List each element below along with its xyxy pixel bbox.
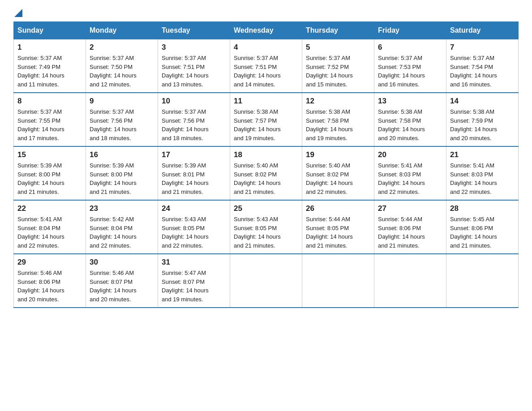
day-info: Sunrise: 5:41 AM Sunset: 8:03 PM Dayligh… [450,161,515,196]
day-info: Sunrise: 5:46 AM Sunset: 8:07 PM Dayligh… [90,269,154,304]
day-info: Sunrise: 5:47 AM Sunset: 8:07 PM Dayligh… [162,269,226,304]
column-header-monday: Monday [86,22,158,39]
calendar-cell: 21 Sunrise: 5:41 AM Sunset: 8:03 PM Dayl… [446,146,519,200]
day-info: Sunrise: 5:44 AM Sunset: 8:06 PM Dayligh… [378,215,442,250]
day-number: 26 [306,204,370,213]
day-number: 29 [17,258,82,267]
page-header [13,9,519,17]
logo [13,9,22,17]
day-info: Sunrise: 5:37 AM Sunset: 7:52 PM Dayligh… [306,54,370,89]
calendar-cell: 13 Sunrise: 5:38 AM Sunset: 7:58 PM Dayl… [374,93,446,146]
calendar-cell [446,254,519,308]
day-number: 12 [306,97,370,106]
calendar-week-row: 1 Sunrise: 5:37 AM Sunset: 7:49 PM Dayli… [14,39,519,93]
calendar-header-row: SundayMondayTuesdayWednesdayThursdayFrid… [14,22,519,39]
day-number: 16 [90,150,154,159]
calendar-cell: 27 Sunrise: 5:44 AM Sunset: 8:06 PM Dayl… [374,200,446,254]
day-info: Sunrise: 5:39 AM Sunset: 8:00 PM Dayligh… [90,161,154,196]
day-info: Sunrise: 5:39 AM Sunset: 8:00 PM Dayligh… [17,161,82,196]
calendar-cell: 31 Sunrise: 5:47 AM Sunset: 8:07 PM Dayl… [158,254,230,308]
day-number: 9 [90,97,154,106]
calendar-cell: 26 Sunrise: 5:44 AM Sunset: 8:05 PM Dayl… [302,200,374,254]
calendar-week-row: 15 Sunrise: 5:39 AM Sunset: 8:00 PM Dayl… [14,146,519,200]
calendar-cell: 22 Sunrise: 5:41 AM Sunset: 8:04 PM Dayl… [14,200,86,254]
day-info: Sunrise: 5:38 AM Sunset: 7:58 PM Dayligh… [378,107,442,142]
day-info: Sunrise: 5:37 AM Sunset: 7:49 PM Dayligh… [17,54,82,89]
day-info: Sunrise: 5:43 AM Sunset: 8:05 PM Dayligh… [162,215,226,250]
column-header-sunday: Sunday [14,22,86,39]
day-info: Sunrise: 5:41 AM Sunset: 8:03 PM Dayligh… [378,161,442,196]
day-info: Sunrise: 5:37 AM Sunset: 7:51 PM Dayligh… [234,54,298,89]
day-number: 25 [234,204,298,213]
column-header-tuesday: Tuesday [158,22,230,39]
calendar-cell: 11 Sunrise: 5:38 AM Sunset: 7:57 PM Dayl… [230,93,302,146]
day-number: 8 [17,97,82,106]
calendar-cell [302,254,374,308]
calendar-cell: 9 Sunrise: 5:37 AM Sunset: 7:56 PM Dayli… [86,93,158,146]
day-number: 27 [378,204,442,213]
day-number: 4 [234,43,298,52]
calendar-cell [230,254,302,308]
calendar-cell: 16 Sunrise: 5:39 AM Sunset: 8:00 PM Dayl… [86,146,158,200]
day-info: Sunrise: 5:43 AM Sunset: 8:05 PM Dayligh… [234,215,298,250]
day-number: 23 [90,204,154,213]
day-number: 2 [90,43,154,52]
calendar-cell: 4 Sunrise: 5:37 AM Sunset: 7:51 PM Dayli… [230,39,302,93]
calendar-week-row: 29 Sunrise: 5:46 AM Sunset: 8:06 PM Dayl… [14,254,519,308]
day-number: 15 [17,150,82,159]
day-number: 17 [162,150,226,159]
day-number: 19 [306,150,370,159]
calendar-table: SundayMondayTuesdayWednesdayThursdayFrid… [13,21,519,308]
calendar-cell: 28 Sunrise: 5:45 AM Sunset: 8:06 PM Dayl… [446,200,519,254]
day-number: 14 [450,97,515,106]
day-info: Sunrise: 5:37 AM Sunset: 7:53 PM Dayligh… [378,54,442,89]
day-info: Sunrise: 5:46 AM Sunset: 8:06 PM Dayligh… [17,269,82,304]
day-number: 21 [450,150,515,159]
calendar-cell: 15 Sunrise: 5:39 AM Sunset: 8:00 PM Dayl… [14,146,86,200]
day-number: 24 [162,204,226,213]
day-number: 1 [17,43,82,52]
day-info: Sunrise: 5:37 AM Sunset: 7:50 PM Dayligh… [90,54,154,89]
day-number: 22 [17,204,82,213]
calendar-cell: 14 Sunrise: 5:38 AM Sunset: 7:59 PM Dayl… [446,93,519,146]
logo-triangle-icon [14,9,22,17]
calendar-cell: 2 Sunrise: 5:37 AM Sunset: 7:50 PM Dayli… [86,39,158,93]
day-number: 10 [162,97,226,106]
day-info: Sunrise: 5:42 AM Sunset: 8:04 PM Dayligh… [90,215,154,250]
day-number: 5 [306,43,370,52]
calendar-cell: 12 Sunrise: 5:38 AM Sunset: 7:58 PM Dayl… [302,93,374,146]
day-info: Sunrise: 5:41 AM Sunset: 8:04 PM Dayligh… [17,215,82,250]
calendar-cell: 6 Sunrise: 5:37 AM Sunset: 7:53 PM Dayli… [374,39,446,93]
calendar-cell: 25 Sunrise: 5:43 AM Sunset: 8:05 PM Dayl… [230,200,302,254]
column-header-saturday: Saturday [446,22,519,39]
day-info: Sunrise: 5:40 AM Sunset: 8:02 PM Dayligh… [234,161,298,196]
calendar-cell: 29 Sunrise: 5:46 AM Sunset: 8:06 PM Dayl… [14,254,86,308]
day-info: Sunrise: 5:37 AM Sunset: 7:56 PM Dayligh… [162,107,226,142]
calendar-cell: 30 Sunrise: 5:46 AM Sunset: 8:07 PM Dayl… [86,254,158,308]
day-info: Sunrise: 5:37 AM Sunset: 7:55 PM Dayligh… [17,107,82,142]
day-info: Sunrise: 5:38 AM Sunset: 7:59 PM Dayligh… [450,107,515,142]
day-info: Sunrise: 5:39 AM Sunset: 8:01 PM Dayligh… [162,161,226,196]
calendar-cell: 7 Sunrise: 5:37 AM Sunset: 7:54 PM Dayli… [446,39,519,93]
day-info: Sunrise: 5:37 AM Sunset: 7:51 PM Dayligh… [162,54,226,89]
calendar-cell: 1 Sunrise: 5:37 AM Sunset: 7:49 PM Dayli… [14,39,86,93]
day-number: 31 [162,258,226,267]
day-number: 30 [90,258,154,267]
day-info: Sunrise: 5:44 AM Sunset: 8:05 PM Dayligh… [306,215,370,250]
day-info: Sunrise: 5:40 AM Sunset: 8:02 PM Dayligh… [306,161,370,196]
day-info: Sunrise: 5:38 AM Sunset: 7:58 PM Dayligh… [306,107,370,142]
day-info: Sunrise: 5:37 AM Sunset: 7:54 PM Dayligh… [450,54,515,89]
column-header-wednesday: Wednesday [230,22,302,39]
day-info: Sunrise: 5:37 AM Sunset: 7:56 PM Dayligh… [90,107,154,142]
calendar-cell: 19 Sunrise: 5:40 AM Sunset: 8:02 PM Dayl… [302,146,374,200]
calendar-week-row: 22 Sunrise: 5:41 AM Sunset: 8:04 PM Dayl… [14,200,519,254]
calendar-cell [374,254,446,308]
day-number: 20 [378,150,442,159]
day-info: Sunrise: 5:45 AM Sunset: 8:06 PM Dayligh… [450,215,515,250]
day-number: 6 [378,43,442,52]
calendar-cell: 17 Sunrise: 5:39 AM Sunset: 8:01 PM Dayl… [158,146,230,200]
column-header-thursday: Thursday [302,22,374,39]
day-number: 3 [162,43,226,52]
day-number: 28 [450,204,515,213]
calendar-cell: 20 Sunrise: 5:41 AM Sunset: 8:03 PM Dayl… [374,146,446,200]
